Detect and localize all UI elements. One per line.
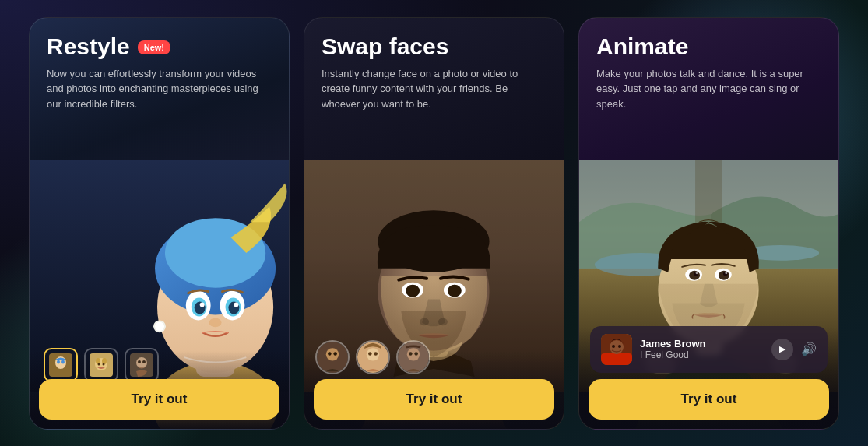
swap-title: Swap faces: [322, 35, 448, 58]
svg-point-26: [98, 363, 100, 365]
restyle-try-button[interactable]: Try it out: [39, 379, 279, 420]
music-info: James Brown I Feel Good: [640, 338, 764, 360]
svg-point-68: [725, 272, 727, 274]
restyle-card-content: Restyle New! Now you can effortlessly tr…: [30, 18, 289, 125]
svg-point-39: [406, 285, 420, 297]
swap-card: Swap faces Instantly change face on a ph…: [304, 17, 564, 430]
svg-point-45: [328, 352, 332, 356]
svg-point-25: [102, 358, 107, 364]
svg-point-46: [333, 352, 337, 356]
swap-try-button[interactable]: Try it out: [314, 379, 554, 420]
svg-point-31: [142, 360, 146, 363]
svg-point-50: [374, 352, 378, 356]
restyle-thumb-1[interactable]: [44, 348, 78, 382]
svg-point-24: [96, 358, 100, 364]
restyle-thumb-icon-1: [45, 349, 76, 381]
svg-point-54: [414, 352, 418, 356]
svg-point-48: [367, 348, 379, 360]
svg-point-17: [160, 324, 163, 326]
music-volume-icon[interactable]: 🔊: [801, 342, 817, 356]
svg-point-40: [448, 285, 462, 297]
svg-point-53: [409, 352, 413, 356]
animate-card-content: Animate Make your photos talk and dance.…: [579, 18, 838, 125]
swap-thumbnails: [315, 340, 430, 374]
svg-point-63: [689, 271, 700, 280]
restyle-title-row: Restyle New!: [47, 35, 272, 58]
music-artist: James Brown: [640, 338, 764, 349]
svg-point-20: [57, 360, 60, 363]
restyle-card: Restyle New! Now you can effortlessly tr…: [29, 17, 290, 430]
swap-thumb-3[interactable]: [396, 340, 430, 374]
swap-thumb-icon-3: [398, 342, 429, 373]
svg-point-12: [200, 303, 205, 307]
animate-title-row: Animate: [596, 35, 821, 58]
music-controls: ▶ 🔊: [771, 339, 817, 360]
restyle-thumb-icon-2: [86, 349, 117, 381]
svg-point-52: [407, 348, 420, 360]
svg-point-72: [612, 345, 615, 348]
swap-thumb-1[interactable]: [315, 340, 350, 374]
music-play-button[interactable]: ▶: [771, 339, 793, 360]
restyle-thumb-icon-3: [126, 349, 157, 381]
svg-point-64: [719, 271, 729, 280]
swap-description: Instantly change face on a photo or vide…: [322, 66, 546, 112]
svg-rect-70: [601, 353, 632, 365]
animate-try-button[interactable]: Try it out: [589, 379, 829, 420]
swap-thumb-icon-2: [357, 342, 388, 373]
swap-thumb-2[interactable]: [356, 340, 390, 374]
svg-point-44: [326, 348, 339, 360]
animate-title: Animate: [596, 35, 688, 58]
svg-point-14: [209, 318, 222, 327]
restyle-thumb-3[interactable]: [125, 348, 159, 382]
swap-title-row: Swap faces: [322, 35, 546, 58]
animate-description: Make your photos talk and dance. It is a…: [596, 66, 821, 112]
svg-point-13: [234, 303, 238, 307]
restyle-new-badge: New!: [138, 40, 170, 54]
animate-card: Animate Make your photos talk and dance.…: [578, 17, 839, 430]
svg-point-16: [155, 321, 164, 331]
swap-thumb-icon-1: [317, 342, 348, 373]
restyle-description: Now you can effortlessly transform your …: [47, 66, 272, 112]
restyle-thumbnails: [44, 348, 159, 382]
svg-point-67: [696, 272, 698, 274]
svg-point-21: [61, 360, 65, 363]
music-player: James Brown I Feel Good ▶ 🔊: [590, 326, 828, 373]
music-avatar: [601, 334, 632, 365]
restyle-title: Restyle: [47, 35, 130, 58]
music-song: I Feel Good: [640, 349, 764, 360]
swap-card-content: Swap faces Instantly change face on a ph…: [304, 18, 564, 125]
svg-point-27: [103, 363, 105, 365]
svg-point-49: [368, 352, 372, 356]
svg-point-73: [618, 345, 621, 348]
restyle-thumb-2[interactable]: [84, 348, 118, 382]
svg-point-30: [138, 360, 141, 363]
